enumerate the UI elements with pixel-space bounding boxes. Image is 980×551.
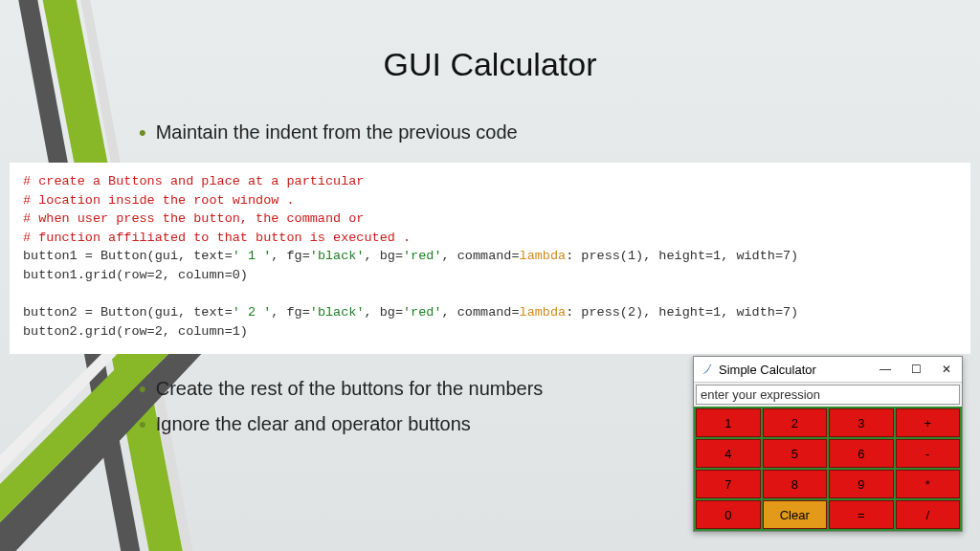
calc-btn-8[interactable]: 8 bbox=[763, 470, 828, 498]
bullet-dot-icon: • bbox=[139, 412, 146, 436]
minimize-button[interactable]: — bbox=[870, 357, 901, 382]
calc-btn-divide[interactable]: / bbox=[896, 500, 961, 529]
calculator-keypad: 1 2 3 + 4 5 6 - 7 8 9 * 0 Clear = / bbox=[694, 407, 962, 531]
close-button[interactable]: ✕ bbox=[931, 357, 962, 382]
bullet-text: Create the rest of the buttons for the n… bbox=[156, 378, 544, 399]
calc-btn-equals[interactable]: = bbox=[829, 500, 894, 529]
bullet-item: •Maintain the indent from the previous c… bbox=[139, 120, 518, 144]
tk-feather-icon bbox=[700, 362, 715, 377]
calc-btn-minus[interactable]: - bbox=[896, 439, 961, 468]
calc-btn-7[interactable]: 7 bbox=[696, 470, 761, 498]
calc-btn-9[interactable]: 9 bbox=[829, 470, 894, 498]
slide-title: GUI Calculator bbox=[0, 46, 980, 83]
bullet-item: •Ignore the clear and operator buttons bbox=[139, 411, 471, 436]
calculator-window: Simple Calculator — ☐ ✕ enter your expre… bbox=[693, 356, 963, 532]
bullet-text: Ignore the clear and operator buttons bbox=[156, 413, 471, 434]
calculator-title: Simple Calculator bbox=[719, 363, 870, 377]
calc-btn-2[interactable]: 2 bbox=[763, 408, 828, 437]
code-block: # create a Buttons and place at a partic… bbox=[10, 163, 970, 354]
calc-btn-0[interactable]: 0 bbox=[696, 500, 761, 529]
calculator-titlebar: Simple Calculator — ☐ ✕ bbox=[694, 357, 962, 383]
calc-btn-1[interactable]: 1 bbox=[696, 408, 761, 437]
calc-btn-plus[interactable]: + bbox=[896, 408, 961, 437]
calc-btn-clear[interactable]: Clear bbox=[763, 500, 828, 529]
bullet-dot-icon: • bbox=[139, 377, 146, 401]
maximize-button[interactable]: ☐ bbox=[901, 357, 931, 382]
calculator-entry[interactable]: enter your expression bbox=[696, 385, 960, 405]
bullet-text: Maintain the indent from the previous co… bbox=[156, 121, 518, 143]
calc-btn-multiply[interactable]: * bbox=[896, 470, 961, 498]
calc-btn-5[interactable]: 5 bbox=[763, 439, 828, 468]
calc-btn-3[interactable]: 3 bbox=[829, 408, 894, 437]
bullet-dot-icon: • bbox=[139, 121, 146, 144]
calc-btn-6[interactable]: 6 bbox=[829, 439, 894, 468]
bullet-item: •Create the rest of the buttons for the … bbox=[139, 376, 543, 401]
calc-btn-4[interactable]: 4 bbox=[696, 439, 761, 468]
